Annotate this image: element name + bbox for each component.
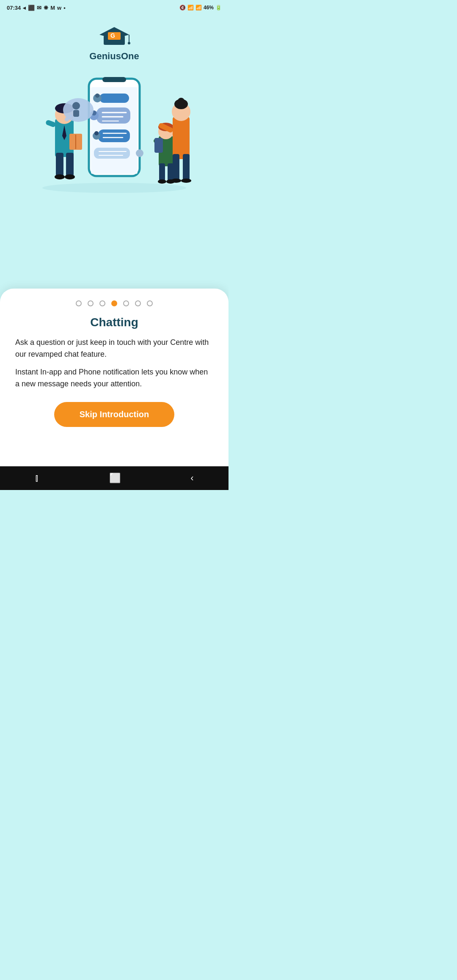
mail-icon: ✉ [37,5,41,11]
dot-5 [123,300,129,306]
status-right: 🔇 📶 📶 46% 🔋 [179,5,222,11]
dot-2 [88,300,94,306]
svg-rect-18 [98,129,130,142]
svg-rect-48 [154,138,163,153]
svg-point-11 [95,94,99,98]
back-icon: ‹ [190,473,193,484]
gmail-icon: M [50,5,55,11]
svg-rect-42 [73,110,79,117]
dot-7 [147,300,153,306]
status-bar: 07:34 ◂ ⬛ ✉ ❋ M w • 🔇 📶 📶 46% 🔋 [0,0,228,15]
signal-icon: 📶 [195,5,202,11]
svg-point-51 [158,179,166,184]
svg-point-62 [42,183,186,193]
nav-back-button[interactable]: ‹ [190,473,193,484]
photo-icon: ⬛ [28,5,35,11]
top-area: G GeniusOne [0,15,228,289]
dot-3 [99,300,105,306]
battery-text: 46% [204,5,214,11]
dot-4-active [111,300,117,306]
location-icon: ◂ [23,5,26,11]
svg-rect-35 [45,119,57,127]
logo-container: G GeniusOne [89,24,139,62]
svg-rect-23 [94,148,130,159]
nav-home-button[interactable]: ⬜ [109,473,121,484]
svg-rect-31 [56,153,63,176]
card-paragraph-2: Instant In-app and Phone notification le… [15,366,213,390]
svg-text:G: G [110,32,115,39]
svg-point-36 [55,174,65,179]
svg-rect-7 [102,77,126,82]
svg-point-5 [128,42,130,44]
logo-text: GeniusOne [89,51,139,62]
nav-bar: ⫿ ⬜ ‹ [0,466,228,490]
svg-rect-32 [66,153,74,176]
bottom-card: Chatting Ask a question or just keep in … [0,289,228,466]
skip-introduction-button[interactable]: Skip Introduction [54,402,174,427]
svg-point-59 [171,179,181,183]
svg-point-20 [94,131,99,135]
svg-point-40 [70,115,73,118]
app-icon: w [57,5,61,11]
dot-icon: • [63,5,66,11]
svg-rect-9 [99,94,129,103]
svg-point-41 [72,102,80,110]
svg-rect-57 [173,154,179,180]
logo-icon: G [97,24,131,49]
mute-icon: 🔇 [179,5,186,11]
svg-point-56 [178,98,184,105]
wifi-icon: 📶 [187,5,194,11]
svg-rect-49 [159,163,165,181]
home-icon: ⬜ [109,473,121,484]
svg-point-37 [65,174,75,179]
battery-icon: 🔋 [215,5,222,11]
menu-icon: ⫿ [35,473,39,484]
svg-point-39 [65,117,69,121]
svg-rect-50 [168,163,173,181]
svg-point-24 [136,149,143,157]
card-paragraph-1: Ask a question or just keep in touch wit… [15,337,213,361]
svg-rect-53 [173,117,190,159]
status-left: 07:34 ◂ ⬛ ✉ ❋ M w • [7,5,66,11]
illustration [34,70,195,210]
card-title: Chatting [90,316,138,329]
pagination-dots [76,300,153,306]
svg-rect-58 [183,154,190,180]
nav-menu-button[interactable]: ⫿ [35,473,39,484]
time: 07:34 [7,5,21,11]
dot-1 [76,300,82,306]
dot-6 [135,300,141,306]
bluetooth-icon: ❋ [44,5,48,11]
svg-point-60 [181,179,191,183]
